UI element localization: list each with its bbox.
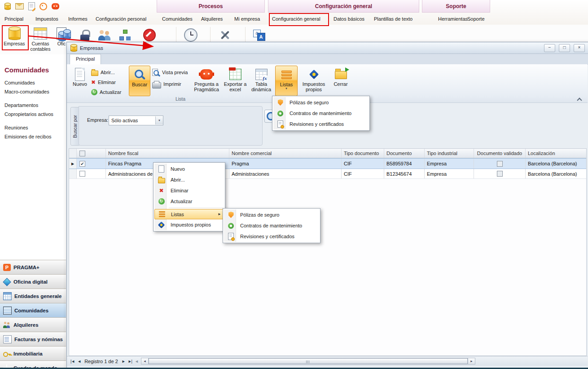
sidebar-button-comunidades[interactable]: Comunidades (0, 303, 66, 317)
sidebar-button-facturas-y-nominas[interactable]: Facturas y nóminas (0, 332, 66, 346)
sidebar-item-reuniones[interactable]: Reuniones (0, 123, 66, 132)
sidebar-item-macro-comunidades[interactable]: Macro-comunidades (0, 87, 66, 96)
close-button[interactable]: × (574, 44, 585, 52)
cerrar-button[interactable]: Cerrar (330, 66, 351, 96)
tab-configuracion-personal[interactable]: Configuración personal (96, 14, 146, 24)
impuestos-propios-button[interactable]: Impuestos propios (299, 66, 328, 96)
tab-datos-basicos[interactable]: Datos básicos (333, 14, 364, 24)
nav-last-button[interactable]: ►| (128, 359, 132, 364)
submenu-item-contratos-de-mantenimiento[interactable]: Contratos de mantenimiento (224, 220, 319, 231)
exportar-excel-button[interactable]: Exportar a excel (223, 66, 247, 96)
actualizar-button[interactable]: ↻Actualizar (91, 88, 127, 96)
pragmatica-icon[interactable] (52, 3, 59, 9)
table-row[interactable]: Administraciones de Administraciones CIF… (69, 169, 586, 179)
toolbar-databases-button[interactable] (57, 27, 73, 43)
scroll-left-icon[interactable]: ◄ (141, 358, 149, 364)
cell-documento: B12345674 (384, 169, 425, 178)
sidebar-button-entidades-generales[interactable]: Entidades generale (0, 289, 66, 303)
collapse-ribbon-chevron-icon[interactable] (577, 97, 582, 102)
toolbar-tools-button[interactable] (217, 27, 233, 43)
column-header-tipo-documento[interactable]: Tipo documento (342, 149, 384, 158)
scroll-right-icon[interactable]: ► (468, 358, 475, 364)
documento-validado-checkbox[interactable] (497, 161, 503, 167)
sidebar-button-pragma-plus[interactable]: PRAGMA+ (0, 260, 66, 274)
menu-item-revisiones-y-certificados[interactable]: Revisiones y certificados (273, 119, 369, 129)
nav-extra-button[interactable]: ◄ (135, 359, 138, 364)
row-checkbox[interactable] (79, 171, 85, 177)
minimize-button[interactable]: − (544, 44, 555, 52)
tab-herramientas[interactable]: Herramientas (438, 14, 468, 24)
tab-mi-empresa[interactable]: Mi empresa (234, 14, 260, 24)
listas-button[interactable]: Listas ▼ (275, 66, 298, 96)
tab-informes[interactable]: Informes (68, 14, 88, 24)
scrollbar-thumb[interactable] (149, 358, 468, 364)
toolbar-cuentas-contables-button[interactable]: Cuentas contables (28, 26, 53, 53)
toolbar-clock-button[interactable] (183, 27, 198, 43)
tabla-dinamica-button[interactable]: Tabla dinámica (249, 66, 273, 96)
combo-dropdown-icon[interactable]: ▼ (155, 116, 163, 124)
imprimir-button[interactable]: Imprimir (152, 80, 190, 88)
horizontal-scrollbar[interactable]: ◄ ► (141, 358, 475, 365)
tab-impuestos[interactable]: Impuestos (35, 14, 58, 24)
row-checkbox[interactable]: ✔ (79, 161, 85, 167)
abrir-button[interactable]: Abrir... (91, 68, 127, 76)
submenu-item-revisiones-y-certificados[interactable]: Revisiones y certificados (224, 231, 319, 242)
pregunta-pragmatica-button[interactable]: Pregunta a Pragmática (192, 66, 221, 96)
nuevo-button[interactable]: Nuevo (70, 66, 89, 96)
sidebar-item-comunidades[interactable]: Comunidades (0, 78, 66, 87)
sidebar-button-alquileres[interactable]: Alquileres (0, 317, 66, 332)
toolbar-block-button[interactable] (142, 27, 157, 43)
nav-first-button[interactable]: |◄ (70, 359, 75, 364)
sidebar-item-copropietarios-activos[interactable]: Copropietarios activos (0, 110, 66, 119)
context-menu-eliminar[interactable]: ✖ Eliminar (154, 185, 224, 196)
tab-plantillas-de-texto[interactable]: Plantillas de texto (374, 14, 412, 24)
nav-prev-button[interactable]: ◄ (77, 359, 81, 364)
menu-item-contratos-de-mantenimiento[interactable]: Contratos de mantenimiento (273, 108, 369, 119)
context-menu-actualizar[interactable]: ↻ Actualizar (154, 196, 224, 207)
menu-item-polizas-de-seguro[interactable]: Pólizas de seguro (273, 97, 369, 108)
table-row[interactable]: ▶ ✔ Fincas Pragma Pragma CIF B58959784 E… (69, 158, 586, 169)
window-titlebar[interactable]: Empresas − □ × (67, 42, 588, 54)
column-header-localizacion[interactable]: Localización (526, 149, 586, 158)
toolbar-organization-button[interactable] (117, 27, 132, 43)
database-mini-icon[interactable] (4, 3, 11, 10)
tab-alquileres[interactable]: Alquileres (201, 14, 223, 24)
column-header-documento[interactable]: Documento (384, 149, 425, 158)
context-menu-impuestos-propios[interactable]: Impuestos propios (154, 219, 224, 230)
sidebar-item-departamentos[interactable]: Departamentos (0, 101, 66, 110)
submenu-item-polizas-de-seguro[interactable]: Pólizas de seguro (224, 209, 319, 220)
buscar-por-vertical-tab[interactable]: Buscar por (70, 107, 79, 146)
notes-icon[interactable] (28, 2, 35, 10)
empresa-combo[interactable]: Sólo activas ▼ (109, 116, 163, 125)
context-menu-listas[interactable]: Listas ► (154, 209, 224, 219)
maximize-button[interactable]: □ (559, 44, 570, 52)
mail-icon[interactable] (15, 3, 24, 9)
column-header-documento-validado[interactable]: Documento validado (474, 149, 526, 158)
context-menu-abrir[interactable]: Abrir... (154, 174, 224, 185)
select-all-checkbox[interactable] (79, 151, 85, 156)
context-menu-nuevo[interactable]: Nuevo (154, 164, 224, 174)
toolbar-empresas-button[interactable]: Empresas (3, 26, 26, 53)
tab-configuracion-general[interactable]: Configuración general (272, 14, 320, 24)
eliminar-button[interactable]: ✖Eliminar (91, 78, 127, 86)
sidebar-item-emisiones-de-recibos[interactable]: Emisiones de recibos (0, 132, 66, 141)
close-folder-icon (335, 71, 347, 79)
sidebar-button-inmobiliaria[interactable]: Inmobiliaria (0, 346, 66, 360)
toolbar-translate-button[interactable] (251, 27, 267, 43)
documento-validado-checkbox[interactable] (497, 171, 503, 177)
tab-comunidades[interactable]: Comunidades (162, 14, 193, 24)
column-header-tipo-industrial[interactable]: Tipo industrial (425, 149, 474, 158)
column-header-nombre-comercial[interactable]: Nombre comercial (229, 149, 342, 158)
nav-next-button[interactable]: ► (122, 359, 125, 364)
window-tab-principal[interactable]: Principal (70, 54, 101, 64)
toolbar-security-button[interactable] (77, 27, 92, 43)
signal-icon[interactable] (39, 3, 47, 10)
sidebar-button-oficina-digital[interactable]: Oficina digital (0, 274, 66, 289)
tab-principal[interactable]: Principal (4, 14, 23, 24)
buscar-button[interactable]: Buscar (129, 66, 150, 96)
column-header-nombre-fiscal[interactable]: Nombre fiscal (106, 149, 229, 158)
toolbar-users-button[interactable] (97, 27, 112, 43)
sidebar-title: Comunidades (4, 66, 66, 74)
vista-previa-button[interactable]: Vista previa (152, 68, 190, 76)
tab-soporte[interactable]: Soporte (467, 14, 485, 24)
